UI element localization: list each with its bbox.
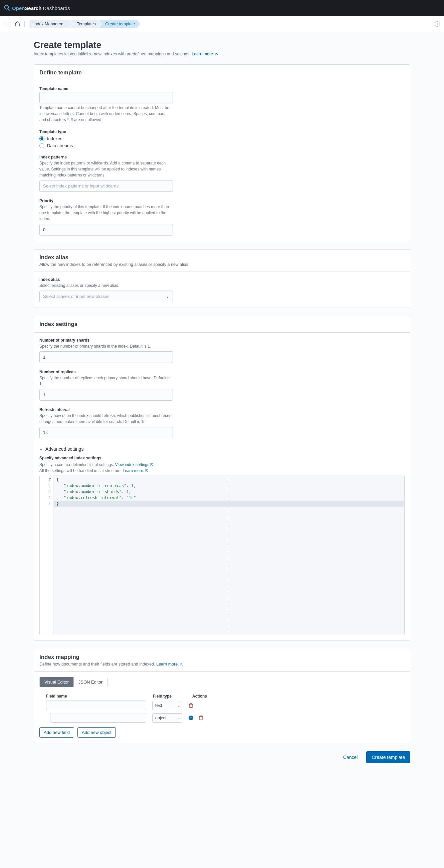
svg-point-1 [437, 23, 438, 25]
replicas-help: Specify the number of replicas each prim… [39, 375, 173, 387]
top-header: OpenSearch Dashboards [0, 0, 444, 16]
breadcrumb-templates[interactable]: Templates [70, 20, 101, 28]
menu-toggle-icon[interactable] [4, 20, 12, 28]
radio-data-streams-icon [39, 143, 45, 148]
radio-data-streams[interactable]: Data streams [39, 143, 405, 148]
index-patterns-label: Index patterns [39, 155, 405, 159]
create-template-button[interactable]: Create template [366, 751, 410, 763]
alias-field-help: Select existing aliases or specify a new… [39, 283, 173, 288]
learn-more-link[interactable]: Learn more.⇱ [191, 52, 218, 56]
mapping-row: text ⌄ [39, 701, 405, 710]
shards-input[interactable] [39, 351, 173, 363]
add-icon[interactable] [188, 715, 194, 720]
alias-field-label: Index alias [39, 277, 405, 282]
header-actions: Actions [192, 694, 207, 699]
breadcrumbs: Index Managem… Templates Create template [29, 20, 140, 28]
template-name-label: Template name [39, 86, 405, 91]
advanced-settings-subtitle: Specify advanced index settings [39, 456, 405, 460]
field-type-select[interactable]: object ⌄ [152, 713, 182, 722]
advanced-settings-help: Specify a comma-delimited list of settin… [39, 462, 405, 474]
opensearch-logo-icon [4, 5, 11, 11]
breadcrumb-index-management[interactable]: Index Managem… [29, 20, 73, 28]
mapping-learn-more-link[interactable]: Learn more.⇱ [156, 662, 183, 666]
template-name-help: Template name cannot be changed after th… [39, 105, 173, 123]
alias-combobox[interactable]: Select aliases or input new aliases. ⌄ [39, 290, 173, 302]
mapping-table: Field name Field type Actions text ⌄ [39, 694, 405, 722]
field-name-input[interactable] [50, 713, 146, 722]
mapping-editor-tabs: Visual Editor JSON Editor [39, 677, 108, 687]
field-type-select[interactable]: text ⌄ [152, 701, 182, 710]
chevron-down-icon: ⌄ [177, 716, 180, 719]
tab-visual-editor[interactable]: Visual Editor [40, 677, 73, 687]
panel-index-mapping: Index mapping Define how documents and t… [34, 649, 410, 743]
refresh-input[interactable] [39, 427, 173, 438]
page-title: Create template [34, 40, 410, 50]
delete-icon[interactable] [188, 703, 194, 708]
header-field-type: Field type [153, 694, 186, 699]
logo[interactable]: OpenSearch Dashboards [4, 5, 70, 11]
chevron-down-icon: ⌄ [39, 447, 43, 451]
radio-indexes[interactable]: Indexes [39, 136, 405, 141]
panel-index-settings: Index settings Number of primary shards … [34, 316, 410, 641]
advanced-settings-editor[interactable]: ▾ 1 2 3 4 5 { "index.number_of_replicas"… [39, 475, 405, 635]
priority-label: Priority [39, 198, 405, 203]
code-body[interactable]: { "index.number_of_replicas": 1, "index.… [54, 475, 404, 635]
panel-index-alias: Index alias Allow the new indexes to be … [34, 249, 410, 308]
replicas-input[interactable] [39, 389, 173, 401]
chevron-down-icon: ⌄ [166, 294, 169, 299]
logo-text: OpenSearch Dashboards [12, 5, 70, 11]
shards-help: Specify the number of primary shards in … [39, 343, 173, 349]
advanced-settings-toggle[interactable]: ⌄ Advanced settings [39, 445, 405, 453]
define-template-title: Define template [39, 69, 405, 76]
code-gutter: ▾ 1 2 3 4 5 [40, 475, 54, 635]
field-name-input[interactable] [46, 701, 146, 710]
shards-label: Number of primary shards [39, 338, 405, 343]
delete-icon[interactable] [198, 715, 204, 720]
replicas-label: Number of replicas [39, 370, 405, 374]
footer-actions: Cancel Create template [34, 751, 410, 763]
template-name-input[interactable] [39, 92, 173, 103]
add-new-object-button[interactable]: Add new object [78, 727, 116, 738]
mapping-row: object ⌄ [39, 713, 405, 722]
index-alias-title: Index alias [39, 254, 405, 261]
template-type-label: Template type [39, 129, 405, 134]
panel-define-template: Define template Template name Template n… [34, 64, 410, 241]
home-icon[interactable] [15, 21, 20, 27]
refresh-help: Specify how often the index should refre… [39, 413, 173, 425]
radio-indexes-icon [39, 136, 45, 141]
index-alias-subtitle: Allow the new indexes to be referenced b… [39, 262, 405, 267]
page-subtitle: Index templates let you initialize new i… [34, 52, 410, 56]
view-index-settings-link[interactable]: View index settings⇱ [115, 462, 154, 467]
code-divider [229, 475, 229, 635]
index-mapping-subtitle: Define how documents and their fields ar… [39, 662, 405, 666]
tab-json-editor[interactable]: JSON Editor [73, 677, 107, 687]
refresh-label: Refresh interval [39, 407, 405, 412]
chevron-down-icon: ⌄ [177, 704, 180, 707]
fold-icon[interactable]: ▾ [50, 477, 51, 480]
breadcrumb-create-template[interactable]: Create template [98, 20, 140, 28]
index-patterns-help: Specify the index patterns or wildcards.… [39, 160, 173, 178]
index-patterns-combobox[interactable]: Select index patterns or input wildcards [39, 180, 173, 192]
index-mapping-title: Index mapping [39, 654, 405, 660]
add-new-field-button[interactable]: Add new field [39, 727, 74, 738]
header-field-name: Field name [46, 694, 147, 699]
priority-help: Specify the priority of this template. I… [39, 204, 173, 222]
help-icon[interactable] [435, 21, 440, 27]
advanced-learn-more-link[interactable]: Learn more.⇱ [122, 468, 148, 473]
sub-header: Index Managem… Templates Create template [0, 16, 444, 32]
priority-input[interactable] [39, 224, 173, 236]
cancel-button[interactable]: Cancel [339, 752, 362, 763]
index-settings-title: Index settings [39, 321, 405, 328]
